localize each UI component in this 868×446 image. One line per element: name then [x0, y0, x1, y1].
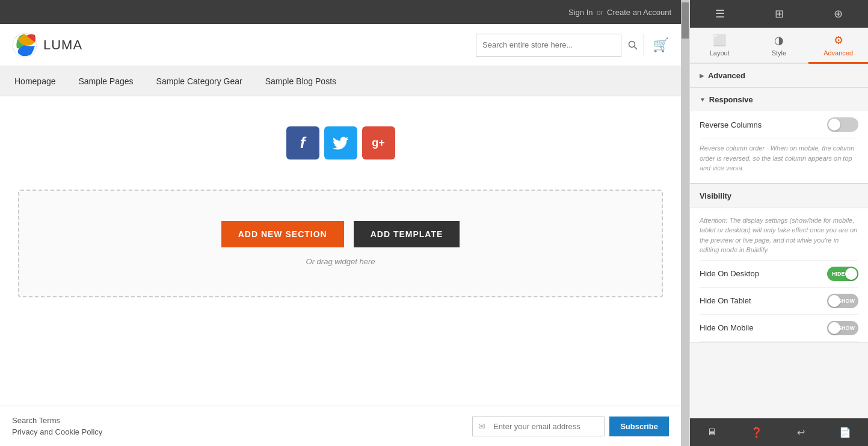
logo-area: LUMA [12, 33, 476, 58]
reverse-columns-row: Reverse Columns NO [700, 111, 858, 138]
add-section-buttons: ADD NEW SECTION ADD TEMPLATE [221, 221, 460, 247]
responsive-section: ▼ Responsive Reverse Columns NO Reverse … [690, 88, 868, 184]
hide-desktop-label: Hide On Desktop [700, 269, 759, 278]
hide-label: HIDE [832, 271, 845, 277]
drag-hint: Or drag widget here [306, 257, 375, 266]
panel-bottom-bar: 🖥 ❓ ↩ 📄 [690, 418, 868, 446]
grid-icon[interactable]: ⊞ [768, 2, 791, 25]
advanced-section: ▶ Advanced [690, 64, 868, 88]
tab-advanced[interactable]: ⚙ Advanced [808, 28, 868, 64]
scroll-track[interactable] [681, 0, 689, 446]
newsletter-wrap [472, 417, 605, 436]
nav-sample-category-gear[interactable]: Sample Category Gear [154, 66, 245, 96]
right-panel: ☰ ⊞ ⊕ ⬜ Layout ◑ Style ⚙ Advanced ▶ Adva… [689, 0, 868, 446]
svg-line-2 [634, 46, 637, 49]
newsletter-input[interactable] [472, 417, 605, 436]
help-icon[interactable]: ❓ [745, 422, 769, 443]
show-label: SHOW [838, 298, 855, 304]
footer-search-terms[interactable]: Search Terms [12, 416, 102, 425]
nav-sample-pages[interactable]: Sample Pages [76, 66, 136, 96]
toggle-knob [845, 268, 857, 280]
create-account-link[interactable]: Create an Account [607, 8, 671, 17]
reverse-columns-label: Reverse Columns [700, 120, 762, 129]
visibility-section-title: Visibility [690, 184, 868, 208]
tab-style[interactable]: ◑ Style [749, 28, 809, 64]
social-row: f g+ [0, 96, 681, 178]
twitter-button[interactable] [324, 126, 357, 160]
search-input[interactable] [476, 40, 621, 49]
search-icon [628, 40, 638, 50]
responsive-content: Reverse Columns NO Reverse column order … [690, 111, 868, 183]
advanced-section-title: Advanced [708, 71, 745, 80]
search-area [476, 34, 644, 57]
hide-tablet-toggle[interactable]: SHOW [827, 294, 858, 308]
facebook-icon: f [300, 134, 306, 152]
googleplus-button[interactable]: g+ [362, 126, 395, 160]
facebook-button[interactable]: f [286, 126, 319, 160]
layout-tab-label: Layout [710, 49, 730, 57]
pages-icon[interactable]: 📄 [833, 422, 857, 443]
advanced-chevron-icon: ▶ [700, 72, 704, 79]
visibility-description: Attention: The display settings (show/hi… [700, 208, 858, 261]
nav-homepage[interactable]: Homepage [12, 66, 58, 96]
panel-content: ▶ Advanced ▼ Responsive Reverse Columns … [690, 64, 868, 418]
hide-desktop-toggle-wrap: HIDE [827, 267, 858, 281]
hide-mobile-toggle-wrap: SHOW [827, 321, 858, 335]
advanced-tab-icon: ⚙ [834, 34, 843, 47]
twitter-icon [333, 137, 348, 150]
footer-links: Search Terms Privacy and Cookie Policy [12, 416, 102, 436]
responsive-chevron-icon: ▼ [700, 96, 706, 103]
nav-sample-blog-posts[interactable]: Sample Blog Posts [263, 66, 339, 96]
hide-tablet-label: Hide On Tablet [700, 296, 751, 305]
subscribe-button[interactable]: Subscribe [609, 417, 669, 436]
cart-icon[interactable]: 🛒 [653, 37, 669, 53]
visibility-section: Visibility Attention: The display settin… [690, 184, 868, 342]
search-button[interactable] [621, 34, 644, 57]
toggle-label-text: NO [832, 122, 855, 128]
add-template-button[interactable]: ADD TEMPLATE [354, 221, 460, 247]
show-label: SHOW [838, 325, 855, 331]
googleplus-icon: g+ [372, 137, 385, 149]
hide-tablet-row: Hide On Tablet SHOW [700, 288, 858, 315]
reverse-columns-description: Reverse column order - When on mobile, t… [700, 138, 858, 178]
header: LUMA 🛒 [0, 24, 681, 66]
layout-tab-icon: ⬜ [713, 34, 726, 47]
content-area: f g+ ADD NEW SECTION ADD TEMPLATE Or dra… [0, 96, 681, 406]
newsletter-area: Subscribe [472, 417, 669, 436]
style-tab-icon: ◑ [774, 34, 784, 47]
reverse-columns-toggle[interactable]: NO [827, 117, 858, 132]
add-section-zone: ADD NEW SECTION ADD TEMPLATE Or drag wid… [18, 190, 663, 297]
nav-bar: Homepage Sample Pages Sample Category Ge… [0, 66, 681, 96]
hide-desktop-toggle[interactable]: HIDE [827, 267, 858, 281]
logo-text: LUMA [43, 37, 82, 53]
panel-tabs: ⬜ Layout ◑ Style ⚙ Advanced [690, 28, 868, 64]
separator: or [596, 8, 603, 17]
advanced-tab-label: Advanced [823, 49, 853, 57]
hierarchy-icon[interactable]: ⊕ [826, 2, 850, 25]
hide-tablet-toggle-wrap: SHOW [827, 294, 858, 308]
reverse-columns-toggle-wrap: NO [827, 117, 858, 132]
panel-toolbar: ☰ ⊞ ⊕ [690, 0, 868, 28]
visibility-content: Attention: The display settings (show/hi… [690, 208, 868, 342]
top-bar: Sign In or Create an Account [0, 0, 681, 24]
tab-layout[interactable]: ⬜ Layout [690, 28, 749, 64]
responsive-section-title: Responsive [709, 95, 753, 104]
footer-area: Search Terms Privacy and Cookie Policy S… [0, 406, 681, 446]
hide-mobile-row: Hide On Mobile SHOW [700, 315, 858, 342]
hide-desktop-row: Hide On Desktop HIDE [700, 261, 858, 288]
undo-icon[interactable]: ↩ [791, 422, 811, 443]
hide-mobile-toggle[interactable]: SHOW [827, 321, 858, 335]
svg-point-1 [629, 41, 635, 47]
hide-mobile-label: Hide On Mobile [700, 323, 754, 332]
responsive-section-header[interactable]: ▼ Responsive [690, 88, 868, 111]
advanced-section-header[interactable]: ▶ Advanced [690, 64, 868, 87]
scroll-thumb[interactable] [682, 2, 689, 39]
hamburger-icon[interactable]: ☰ [708, 2, 732, 25]
desktop-icon[interactable]: 🖥 [701, 422, 722, 442]
add-new-section-button[interactable]: ADD NEW SECTION [221, 221, 344, 247]
luma-logo-icon [12, 33, 37, 58]
footer-privacy[interactable]: Privacy and Cookie Policy [12, 427, 102, 436]
signin-link[interactable]: Sign In [568, 8, 593, 17]
style-tab-label: Style [772, 49, 786, 57]
